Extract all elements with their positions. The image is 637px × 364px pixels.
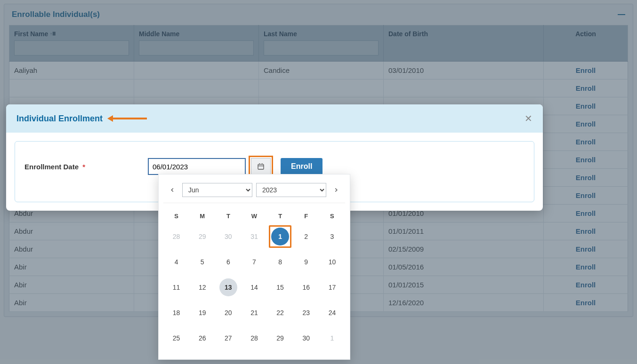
calendar-day[interactable]: 16: [297, 278, 315, 296]
calendar-day[interactable]: 15: [271, 278, 289, 296]
annotation-highlight: 1: [269, 225, 291, 248]
enrollment-date-label: Enrollment Date: [24, 163, 79, 171]
calendar-day[interactable]: 21: [245, 304, 263, 322]
dow-header: T: [267, 208, 293, 224]
annotation-arrow-icon: [107, 115, 147, 122]
calendar-day[interactable]: 20: [219, 304, 237, 322]
year-select[interactable]: 2023: [256, 183, 326, 197]
calendar-day[interactable]: 10: [323, 253, 341, 271]
calendar-icon: [257, 163, 265, 170]
modal-title: Individual Enrollment: [16, 114, 103, 124]
calendar-day[interactable]: 14: [245, 278, 263, 296]
close-icon[interactable]: ✕: [524, 113, 532, 124]
calendar-day[interactable]: 2: [297, 228, 315, 245]
calendar-day[interactable]: 27: [219, 329, 237, 347]
prev-month-button[interactable]: [166, 184, 178, 196]
svg-rect-0: [258, 164, 264, 169]
calendar-day[interactable]: 9: [297, 253, 315, 271]
month-select[interactable]: Jun: [182, 183, 252, 197]
calendar-day[interactable]: 22: [271, 304, 289, 322]
dow-header: F: [293, 208, 319, 224]
calendar-day[interactable]: 5: [194, 253, 211, 271]
calendar-day[interactable]: 24: [323, 304, 341, 322]
next-month-button[interactable]: [330, 184, 342, 196]
calendar-day[interactable]: 23: [297, 304, 315, 322]
calendar-day[interactable]: 28: [245, 329, 263, 347]
calendar-day[interactable]: 1: [271, 228, 289, 245]
calendar-day[interactable]: 4: [168, 253, 185, 271]
calendar-day[interactable]: 26: [194, 329, 211, 347]
calendar-day[interactable]: 25: [168, 329, 185, 347]
dow-header: T: [215, 208, 241, 224]
calendar-day[interactable]: 8: [271, 253, 289, 271]
calendar-day[interactable]: 18: [168, 304, 185, 322]
calendar-day[interactable]: 31: [245, 228, 263, 245]
chevron-right-icon: [333, 187, 339, 193]
enrollment-date-input[interactable]: [148, 158, 246, 175]
calendar-button[interactable]: [251, 158, 271, 175]
dow-header: W: [241, 208, 267, 224]
enroll-button[interactable]: Enroll: [281, 158, 323, 175]
required-marker: *: [82, 163, 85, 171]
datepicker-popup: Jun 2023 SMTWTFS 28293031123456789101112…: [158, 174, 350, 360]
calendar-day[interactable]: 30: [297, 329, 315, 347]
calendar-day[interactable]: 7: [245, 253, 263, 271]
chevron-left-icon: [169, 187, 176, 193]
calendar-day[interactable]: 12: [194, 278, 211, 296]
calendar-day[interactable]: 29: [271, 329, 289, 347]
calendar-day[interactable]: 1: [323, 329, 341, 347]
dow-header: S: [163, 208, 189, 224]
calendar-day[interactable]: 3: [323, 228, 341, 245]
calendar-day[interactable]: 19: [194, 304, 211, 322]
calendar-day[interactable]: 29: [194, 228, 211, 245]
calendar-day[interactable]: 6: [219, 253, 237, 271]
calendar-day[interactable]: 11: [168, 278, 185, 296]
calendar-grid: SMTWTFS 28293031123456789101112131415161…: [163, 208, 345, 351]
calendar-day[interactable]: 30: [219, 228, 237, 245]
dow-header: S: [319, 208, 345, 224]
calendar-day[interactable]: 13: [219, 278, 237, 296]
dow-header: M: [189, 208, 215, 224]
calendar-day[interactable]: 28: [168, 228, 185, 245]
calendar-day[interactable]: 17: [323, 278, 341, 296]
